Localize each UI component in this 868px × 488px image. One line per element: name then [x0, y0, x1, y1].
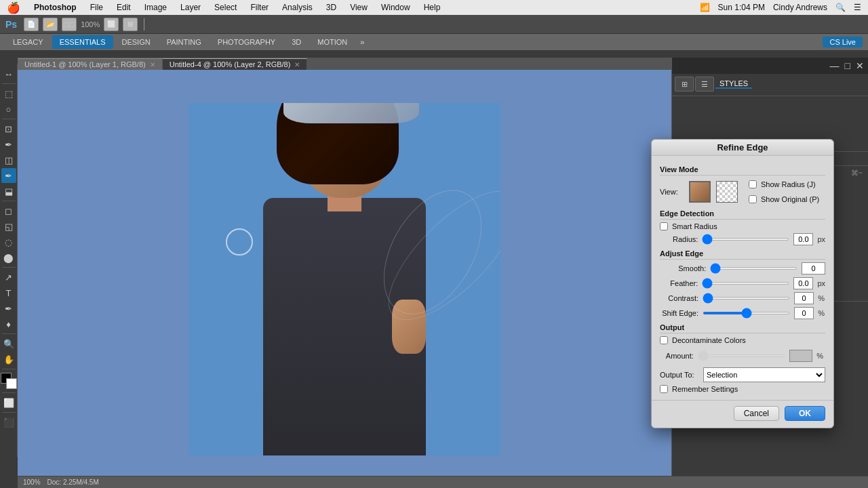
amount-unit: % [816, 352, 825, 360]
menu-file[interactable]: File [83, 0, 110, 15]
smooth-slider[interactable] [710, 267, 797, 270]
show-original-label: Show Original (P) [761, 195, 819, 203]
feather-slider[interactable] [702, 282, 789, 285]
decontaminate-checkbox[interactable] [660, 336, 668, 344]
feather-value[interactable]: 0.0 [793, 277, 813, 289]
apple-menu[interactable]: 🍎 [0, 1, 27, 14]
menu-help[interactable]: Help [417, 0, 448, 15]
ws-essentials[interactable]: ESSENTIALS [52, 35, 113, 49]
new-doc-btn[interactable]: 📄 [24, 18, 39, 31]
panel-tab-styles[interactable]: STYLES [715, 79, 752, 89]
menu-view[interactable]: View [343, 0, 374, 15]
tab-0[interactable]: Untitled-1 @ 100% (Layer 1, RGB/8) ✕ [18, 58, 163, 70]
ok-button[interactable]: OK [785, 406, 825, 421]
tab-1[interactable]: Untitled-4 @ 100% (Layer 2, RGB/8) ✕ [163, 58, 308, 70]
menu-analysis[interactable]: Analysis [275, 0, 319, 15]
background-color[interactable] [6, 378, 17, 389]
output-to-select[interactable]: Selection Layer Mask New Layer New Layer… [703, 367, 825, 382]
tool-quick-mask[interactable]: ⬜ [1, 395, 16, 410]
cancel-button[interactable]: Cancel [734, 406, 779, 421]
toolbar-separator-5 [2, 333, 16, 334]
tool-clone[interactable]: ⬓ [1, 184, 16, 199]
tool-type[interactable]: T [1, 285, 16, 300]
doc-size: Doc: 2.25M/4.5M [47, 479, 99, 486]
contrast-slider[interactable] [703, 297, 790, 300]
color-picker[interactable] [1, 373, 17, 389]
view-label: View: [660, 188, 684, 196]
tool-brush[interactable]: ✒ [1, 168, 16, 183]
view-thumbnail-1[interactable] [689, 181, 711, 203]
panel-tab-icon-2[interactable]: ☰ [695, 77, 714, 92]
tool-gradient[interactable]: ◱ [1, 219, 16, 234]
toolbar: ↔ ⬚ ○ ⊡ ✒ ◫ ✒ ⬓ ◻ ◱ ◌ ⬤ ↗ T ✒ ♦ 🔍 ✋ ⬜ ⬛ [0, 64, 18, 457]
tool-pen[interactable]: ✒ [1, 301, 16, 316]
menu-3d[interactable]: 3D [319, 0, 343, 15]
tab-0-close[interactable]: ✕ [150, 61, 155, 68]
view-checkboxes: Show Radius (J) Show Original (P) [749, 178, 819, 205]
tool-blur[interactable]: ◌ [1, 235, 16, 249]
output-header: Output [660, 323, 825, 333]
panel-tab-icon-1[interactable]: ⊞ [675, 77, 694, 92]
menu-filter[interactable]: Filter [243, 0, 275, 15]
tool-zoom[interactable]: 🔍 [1, 336, 16, 351]
view-thumbnail-2[interactable] [716, 181, 738, 203]
open-btn[interactable]: 📂 [43, 18, 58, 31]
menu-image[interactable]: Image [138, 0, 174, 15]
panel-maximize-btn[interactable]: □ [844, 59, 852, 73]
adjust-edge-header: Adjust Edge [660, 249, 825, 260]
show-radius-row: Show Radius (J) [749, 180, 819, 188]
tool-lasso[interactable]: ⬚ [1, 86, 16, 101]
output-to-row: Output To: Selection Layer Mask New Laye… [660, 367, 825, 382]
ws-3d[interactable]: 3D [284, 35, 309, 49]
menu-window[interactable]: Window [374, 0, 417, 15]
view-mode-btn[interactable]: ⬜ [104, 18, 119, 31]
tool-marquee[interactable]: ○ [1, 102, 16, 117]
amount-label: Amount: [660, 352, 694, 360]
menu-layer[interactable]: Layer [174, 0, 208, 15]
amount-row: Amount: % [660, 347, 825, 365]
radius-value[interactable]: 0.0 [793, 233, 813, 245]
bridge-btn[interactable]: ⬚⬚ [62, 18, 77, 31]
menu-extra-icon[interactable]: ☰ [854, 3, 861, 12]
arrange-btn[interactable]: ⊞ [123, 18, 138, 31]
ws-painting[interactable]: PAINTING [159, 35, 209, 49]
tool-dodge[interactable]: ⬤ [1, 250, 16, 265]
tool-eyedropper[interactable]: ✒ [1, 137, 16, 152]
radius-slider[interactable] [702, 238, 789, 241]
workspace-more-btn[interactable]: » [356, 37, 368, 47]
show-radius-label: Show Radius (J) [761, 180, 816, 188]
tool-hand[interactable]: ✋ [1, 352, 16, 367]
menu-select[interactable]: Select [208, 0, 243, 15]
tool-shape[interactable]: ♦ [1, 317, 16, 331]
cs-live-btn[interactable]: CS Live [823, 37, 863, 47]
show-original-checkbox[interactable] [749, 195, 757, 203]
tool-screen-mode[interactable]: ⬛ [1, 415, 16, 430]
ws-photography[interactable]: PHOTOGRAPHY [210, 35, 283, 49]
shift-edge-value[interactable]: 0 [794, 307, 814, 319]
tool-eraser[interactable]: ◻ [1, 203, 16, 218]
panel-minimize-btn[interactable]: — [829, 59, 841, 73]
smart-radius-checkbox[interactable] [660, 222, 668, 230]
search-icon[interactable]: 🔍 [835, 3, 846, 12]
contrast-value[interactable]: 0 [794, 292, 814, 304]
ws-motion[interactable]: MOTION [310, 35, 355, 49]
toolbar-separator-8 [2, 412, 16, 413]
contrast-row: Contrast: 0 % [660, 292, 825, 304]
panel-close-btn[interactable]: ✕ [854, 59, 865, 73]
tool-crop[interactable]: ⊡ [1, 121, 16, 136]
show-radius-checkbox[interactable] [749, 180, 757, 188]
tool-move[interactable]: ↔ [1, 66, 16, 81]
smooth-value[interactable]: 0 [802, 262, 825, 274]
ws-legacy[interactable]: LEGACY [5, 35, 51, 49]
show-original-row: Show Original (P) [749, 195, 819, 203]
amount-slider [698, 354, 785, 357]
ws-design[interactable]: DESIGN [115, 35, 158, 49]
tool-path[interactable]: ↗ [1, 270, 16, 285]
tab-1-close[interactable]: ✕ [294, 61, 300, 68]
shift-edge-slider[interactable] [703, 312, 790, 314]
menu-edit[interactable]: Edit [110, 0, 138, 15]
contrast-label: Contrast: [660, 294, 698, 302]
tool-healing[interactable]: ◫ [1, 152, 16, 167]
wifi-icon: 📶 [700, 3, 710, 12]
remember-checkbox[interactable] [660, 385, 668, 393]
